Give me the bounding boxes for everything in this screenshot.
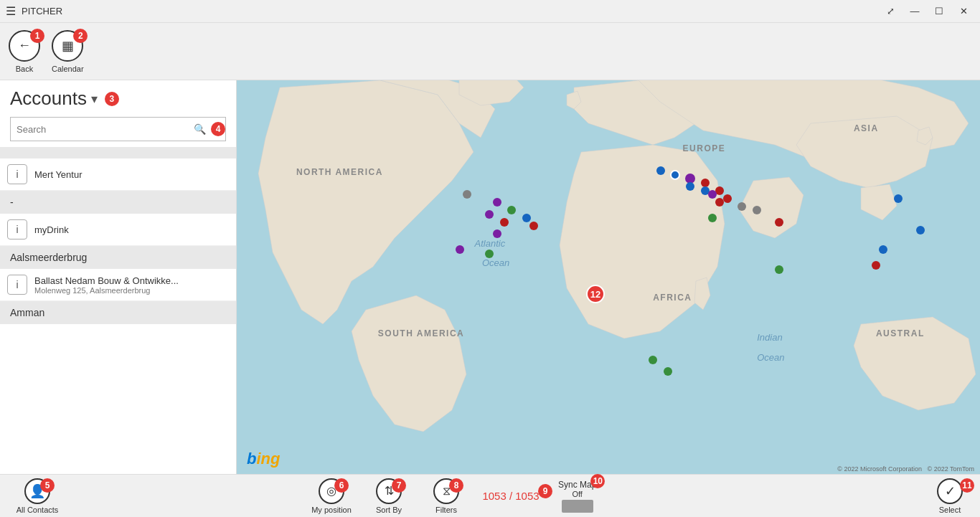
- info-button[interactable]: i: [7, 164, 27, 184]
- map-dot: [456, 245, 464, 254]
- back-label: Back: [16, 65, 33, 73]
- map-dot: [894, 194, 903, 203]
- map-dot: [775, 218, 783, 227]
- list-item[interactable]: i Mert Yentur: [0, 158, 236, 191]
- main-layout: Accounts ▾ 3 🔍 4 i Mert Yentur - i: [0, 80, 980, 474]
- map-dot: [507, 206, 516, 214]
- sort-by-label: Sort By: [376, 506, 402, 514]
- item-name: myDrink: [34, 224, 69, 235]
- sort-by-button[interactable]: ⇅ Sort By 7: [360, 478, 418, 514]
- back-button[interactable]: ← 1 Back: [9, 30, 40, 73]
- item-text: myDrink: [34, 224, 69, 235]
- calendar-button[interactable]: ▦ 2 Calendar: [52, 30, 84, 73]
- info-button[interactable]: i: [7, 275, 27, 295]
- item-text: Ballast Nedam Bouw & Ontwikke...: [34, 275, 179, 286]
- badge-2: 2: [73, 29, 88, 43]
- map-dot: [872, 261, 880, 270]
- map-dot: [715, 198, 724, 207]
- calendar-label: Calendar: [52, 65, 84, 73]
- badge-5: 5: [40, 478, 55, 493]
- map-dot: [493, 229, 501, 238]
- badge-11: 11: [960, 478, 974, 493]
- result-count: 1053 / 1053: [475, 490, 547, 502]
- maximize-button[interactable]: ☐: [928, 3, 950, 20]
- badge-4: 4: [211, 122, 225, 136]
- badge-1: 1: [30, 29, 44, 43]
- bing-logo: bing: [247, 450, 280, 468]
- world-map: [237, 80, 980, 474]
- search-box: 🔍 4: [10, 117, 226, 141]
- sidebar-header: Accounts ▾ 3: [0, 80, 236, 114]
- minimize-button[interactable]: —: [904, 3, 925, 20]
- filters-label: Filters: [435, 506, 457, 514]
- map-dot: [529, 222, 538, 230]
- map-dot: [708, 214, 717, 222]
- all-contacts-button[interactable]: 👤 All Contacts 5: [9, 478, 66, 514]
- titlebar: ☰ PITCHER ⤢ — ☐ ✕: [0, 0, 980, 23]
- select-icon: ✓: [937, 478, 963, 504]
- bottom-bar: 👤 All Contacts 5 ◎ My position 6 ⇅ Sort …: [0, 474, 980, 517]
- map-dot: [463, 190, 471, 199]
- restore-button[interactable]: ⤢: [880, 3, 901, 20]
- map-dot: [485, 250, 494, 258]
- group-header-dash: -: [0, 191, 236, 214]
- hamburger-icon[interactable]: ☰: [6, 4, 16, 18]
- close-button[interactable]: ✕: [953, 3, 974, 20]
- filters-button[interactable]: ⧖ Filters 8: [418, 478, 475, 514]
- search-input[interactable]: [11, 120, 188, 139]
- map-dot: [664, 367, 672, 376]
- group-header-aalsmeerderbrug: Aalsmeerderbrug: [0, 246, 236, 269]
- map-dot: [656, 166, 665, 175]
- sync-off-label: Off: [572, 490, 582, 498]
- badge-10: 10: [590, 474, 605, 488]
- select-label: Select: [939, 506, 961, 514]
- map-dot: [670, 170, 680, 180]
- map-dot: [879, 245, 887, 254]
- item-sub: Molenweg 125, Aalsmeerderbrug: [34, 286, 179, 295]
- my-position-button[interactable]: ◎ My position 6: [303, 478, 360, 514]
- badge-3: 3: [105, 92, 119, 106]
- map-dot: [723, 194, 732, 203]
- badge-8: 8: [449, 478, 463, 493]
- select-button[interactable]: ✓ Select 11: [928, 478, 971, 514]
- item-text: Mert Yentur: [34, 169, 83, 180]
- search-button[interactable]: 🔍: [188, 118, 211, 141]
- map-dot: [500, 218, 509, 227]
- map-dot: [522, 214, 531, 222]
- item-name: Ballast Nedam Bouw & Ontwikke... Molenwe…: [34, 275, 179, 295]
- dropdown-icon[interactable]: ▾: [91, 91, 98, 107]
- map-copyright: © 2022 Microsoft Corporation © 2022 TomT…: [837, 465, 974, 473]
- map-dot: [738, 202, 746, 211]
- map-dot: [686, 182, 694, 191]
- map-dot: [775, 265, 783, 274]
- map-dot: [708, 190, 717, 199]
- map-dot: [916, 226, 925, 234]
- group-header-amman: Amman: [0, 301, 236, 324]
- badge-9: 9: [538, 484, 552, 498]
- sidebar-list: i Mert Yentur - i myDrink Aalsmeerderbru…: [0, 147, 236, 474]
- badge-7: 7: [392, 478, 406, 493]
- map-dot: [493, 198, 501, 207]
- sidebar-title: Accounts: [10, 87, 87, 110]
- toolbar: ← 1 Back ▦ 2 Calendar: [0, 23, 980, 80]
- item-name: Mert Yentur: [34, 169, 83, 180]
- info-button[interactable]: i: [7, 219, 27, 239]
- map-dot: [715, 186, 724, 195]
- list-item[interactable]: i myDrink: [0, 214, 236, 246]
- sync-toggle[interactable]: [562, 500, 593, 513]
- my-position-label: My position: [311, 506, 352, 514]
- group-header-empty: [0, 147, 236, 158]
- all-contacts-label: All Contacts: [17, 506, 59, 514]
- window-controls: ⤢ — ☐ ✕: [880, 3, 974, 20]
- badge-6: 6: [334, 478, 349, 493]
- sidebar: Accounts ▾ 3 🔍 4 i Mert Yentur - i: [0, 80, 237, 474]
- sync-map-group: Sync Map Off 10: [558, 480, 596, 513]
- list-item[interactable]: i Ballast Nedam Bouw & Ontwikke... Molen…: [0, 269, 236, 301]
- map-dot: [753, 206, 761, 214]
- map-dot: [649, 356, 657, 364]
- map-dot: [485, 210, 494, 219]
- map-area[interactable]: NORTH AMERICA EUROPE ASIA AFRICA SOUTH A…: [237, 80, 980, 474]
- titlebar-left: ☰ PITCHER: [6, 4, 62, 18]
- app-title: PITCHER: [22, 6, 62, 16]
